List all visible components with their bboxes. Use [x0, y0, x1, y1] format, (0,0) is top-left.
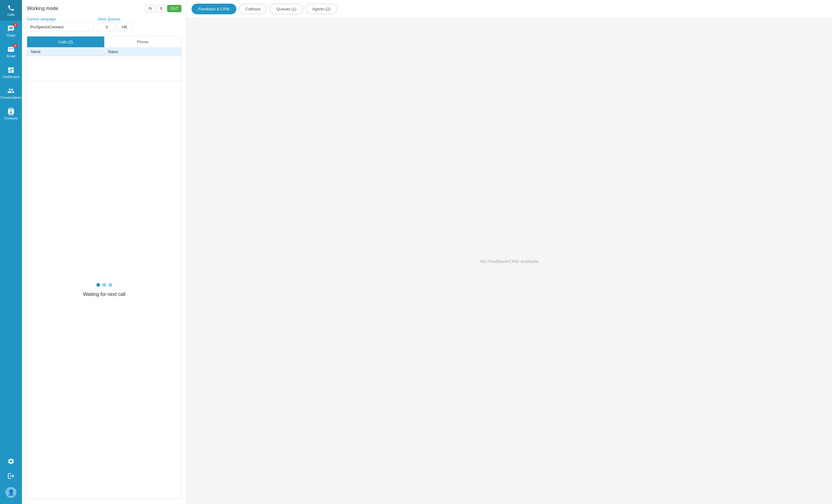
tab-callback[interactable]: Callback	[239, 4, 267, 14]
calls-table-header: Name Status	[27, 47, 181, 56]
user-avatar[interactable]: 👤	[0, 484, 22, 501]
calls-body	[27, 56, 181, 81]
contacts-icon	[7, 108, 15, 115]
in-mode-button[interactable]: IN	[145, 5, 156, 12]
main-content: Working mode IN B OUT Current campaign V…	[22, 0, 832, 504]
voice-queues-label: Voice Queues	[98, 17, 132, 21]
tab-queues[interactable]: Queues (1)	[269, 4, 303, 14]
calls-th-name: Name	[27, 47, 104, 56]
sidebar-item-dashboard[interactable]: Dashboard	[0, 62, 22, 83]
loading-dots	[96, 283, 112, 287]
dot-1	[96, 283, 100, 287]
top-tabs: Feedback & CRM Callback Queues (1) Agent…	[187, 0, 832, 18]
settings-icon	[7, 458, 15, 465]
calls-tab-phone[interactable]: Phone	[104, 36, 181, 47]
waiting-section: Waiting for next call	[27, 81, 181, 499]
chats-badge: 1	[13, 23, 18, 27]
settings-button[interactable]	[0, 455, 22, 468]
campaign-group: Current campaign	[27, 17, 94, 31]
dot-3	[109, 283, 112, 287]
queue-value-input[interactable]	[98, 23, 116, 31]
queue-inputs: HK	[98, 23, 132, 31]
sidebar-item-email-label: Email	[7, 54, 15, 58]
no-feedback-area: No Feedback/CRM available	[187, 18, 832, 504]
sidebar-item-email[interactable]: 3 Email	[0, 41, 22, 62]
sidebar-item-contacts-label: Contacts	[4, 116, 17, 120]
mode-buttons: IN B OUT	[145, 5, 181, 12]
calls-tabs: Calls (0) Phone	[27, 36, 181, 47]
sidebar-item-contacts[interactable]: Contacts	[0, 104, 22, 124]
voice-queue-group: Voice Queues HK	[98, 17, 132, 31]
avatar: 👤	[5, 487, 17, 498]
email-badge: 3	[13, 44, 18, 48]
sidebar-item-calls[interactable]: Calls	[0, 0, 22, 21]
left-panel: Working mode IN B OUT Current campaign V…	[22, 0, 187, 504]
calls-table: Name Status	[27, 47, 181, 81]
sidebar-bottom: 👤	[0, 455, 22, 504]
content-area: Working mode IN B OUT Current campaign V…	[22, 0, 832, 504]
campaign-input[interactable]	[27, 23, 94, 31]
phone-icon	[7, 4, 15, 11]
dashboard-icon	[7, 66, 15, 74]
sidebar-item-dashboard-label: Dashboard	[3, 75, 19, 79]
tab-feedback-crm[interactable]: Feedback & CRM	[191, 4, 236, 14]
calls-th-status: Status	[104, 47, 181, 56]
sidebar-item-conversations-label: Conversations	[0, 96, 22, 99]
campaign-label: Current campaign	[27, 17, 94, 21]
waiting-text: Waiting for next call	[83, 291, 125, 297]
queue-hk: HK	[117, 23, 132, 31]
sidebar-item-calls-label: Calls	[7, 13, 15, 17]
dot-2	[102, 283, 106, 287]
working-mode-title: Working mode	[27, 6, 58, 11]
sidebar: Calls 1 Chats 3 Email Dashboard Conversa…	[0, 0, 22, 504]
out-mode-button[interactable]: OUT	[167, 5, 181, 12]
sidebar-item-conversations[interactable]: Conversations	[0, 83, 22, 104]
campaign-section: Current campaign Voice Queues HK	[27, 17, 181, 31]
tab-agents[interactable]: Agents (2)	[306, 4, 337, 14]
sidebar-item-chats-label: Chats	[7, 33, 16, 37]
logout-button[interactable]	[0, 469, 22, 483]
calls-tab-calls[interactable]: Calls (0)	[27, 36, 104, 47]
logout-icon	[7, 472, 15, 480]
no-feedback-text: No Feedback/CRM available	[480, 259, 539, 264]
working-mode-header: Working mode IN B OUT	[27, 5, 181, 12]
sidebar-item-chats[interactable]: 1 Chats	[0, 21, 22, 41]
b-mode-button[interactable]: B	[157, 5, 166, 12]
right-panel: Feedback & CRM Callback Queues (1) Agent…	[187, 0, 832, 504]
conversations-icon	[7, 87, 15, 94]
